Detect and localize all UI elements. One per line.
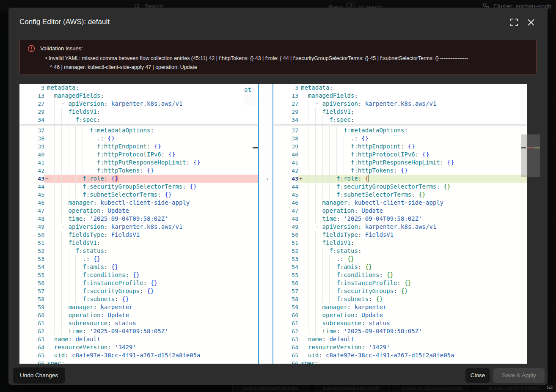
code-line[interactable]: 47 operation: Update — [19, 207, 258, 215]
code-line[interactable]: 51 fieldsV1: — [273, 239, 527, 247]
scrollbar-slider[interactable] — [521, 134, 540, 177]
code-line[interactable]: 66spec: — [19, 359, 258, 364]
line-number[interactable]: 56 — [273, 279, 298, 287]
code-line[interactable]: 45 f:subnetSelectorTerms: {} — [19, 191, 258, 199]
code-line[interactable]: 38 .: {} — [19, 134, 258, 143]
code-line[interactable]: 66spec: — [273, 359, 527, 364]
code-line[interactable]: 37 f:metadataOptions: — [273, 126, 527, 134]
line-number[interactable]: 56 — [19, 279, 44, 287]
code-line[interactable]: 42 f:httpTokens: {} — [273, 167, 527, 175]
line-number[interactable]: 62 — [19, 327, 44, 335]
line-number[interactable]: 66 — [273, 359, 298, 364]
line-number[interactable]: 13 — [273, 92, 298, 100]
line-number[interactable]: 43 — [273, 175, 298, 183]
sticky-scroll-header[interactable]: 3metadata:13 managedFields:27 - apiVersi… — [19, 84, 258, 124]
line-number[interactable]: 60 — [19, 311, 44, 319]
code-line[interactable]: 50 fieldsType: FieldsV1 — [19, 231, 258, 239]
line-number[interactable]: 13 — [19, 92, 44, 100]
code-line[interactable]: 13 managedFields: — [19, 92, 258, 100]
line-number[interactable]: 34 — [273, 116, 298, 124]
code-line[interactable]: 44 f:securityGroupSelectorTerms: {} — [19, 183, 258, 191]
line-number[interactable]: 47 — [19, 207, 44, 215]
code-line[interactable]: 51 fieldsV1: — [19, 239, 258, 247]
line-number[interactable]: 61 — [19, 319, 44, 327]
code-line[interactable]: 65 uid: c8afe97e-38cc-4f91-a767-d15f2a8f… — [19, 351, 258, 359]
line-number[interactable]: 54 — [19, 263, 44, 271]
fullscreen-icon[interactable] — [510, 19, 518, 26]
line-number[interactable]: 29 — [19, 108, 44, 116]
line-number[interactable]: 62 — [273, 327, 298, 335]
line-number[interactable]: 52 — [19, 247, 44, 255]
diff-pane-original[interactable]: 3metadata:13 managedFields:27 - apiVersi… — [19, 84, 258, 364]
line-number[interactable]: 59 — [19, 303, 44, 311]
line-number[interactable]: 64 — [19, 343, 44, 351]
code-line[interactable]: 49 - apiVersion: karpenter.k8s.aws/v1 — [273, 223, 527, 231]
line-number[interactable]: 63 — [273, 335, 298, 343]
line-number[interactable]: 51 — [273, 239, 298, 247]
code-line[interactable]: 56 f:instanceProfile: {} — [273, 279, 527, 287]
line-number[interactable]: 54 — [273, 263, 298, 271]
code-line[interactable]: 58 f:subnets: {} — [273, 295, 527, 303]
line-number[interactable]: 53 — [19, 255, 44, 263]
code-line[interactable]: 53 .: {} — [273, 255, 527, 263]
line-number[interactable]: 53 — [273, 255, 298, 263]
code-line[interactable]: 40 f:httpProtocolIPv6: {} — [273, 151, 527, 159]
code-line[interactable]: 65 uid: c8afe97e-38cc-4f91-a767-d15f2a8f… — [273, 351, 527, 359]
line-number[interactable]: 64 — [273, 343, 298, 351]
diff-editor-sash[interactable]: → — [258, 84, 273, 364]
code-line[interactable]: 38 .: {} — [273, 134, 527, 143]
line-number[interactable]: 58 — [273, 295, 298, 303]
line-number[interactable]: 34 — [19, 116, 44, 124]
code-line[interactable]: 62 time: '2025-09-04T09:58:05Z' — [19, 327, 258, 335]
line-number[interactable]: 45 — [19, 191, 44, 199]
code-line[interactable]: 39 f:httpEndpoint: {} — [19, 143, 258, 151]
code-line[interactable]: 44 f:securityGroupSelectorTerms: {} — [273, 183, 527, 191]
code-line[interactable]: 41 f:httpPutResponseHopLimit: {} — [273, 159, 527, 167]
line-number[interactable]: 40 — [273, 151, 298, 159]
line-number[interactable]: 50 — [19, 231, 44, 239]
code-line[interactable]: 64 resourceVersion: '3429' — [273, 343, 527, 351]
code-line[interactable]: 42 f:httpTokens: {} — [19, 167, 258, 175]
line-number[interactable]: 52 — [273, 247, 298, 255]
code-line[interactable]: 50 fieldsType: FieldsV1 — [273, 231, 527, 239]
save-apply-button[interactable]: Save & Apply — [493, 368, 545, 383]
line-number[interactable]: 29 — [273, 108, 298, 116]
code-line[interactable]: 34 f:spec: — [273, 116, 527, 124]
code-line[interactable]: 58 f:subnets: {} — [19, 295, 258, 303]
line-number[interactable]: 45 — [273, 191, 298, 199]
line-number[interactable]: 44 — [19, 183, 44, 191]
close-icon[interactable] — [527, 19, 535, 26]
sticky-scroll-header[interactable]: 3metadata:13 managedFields:27 - apiVersi… — [273, 84, 527, 124]
code-line[interactable]: 61 subresource: status — [19, 319, 258, 327]
line-number[interactable]: 40 — [19, 151, 44, 159]
close-button[interactable]: Close — [465, 368, 490, 383]
line-number[interactable]: 48 — [19, 215, 44, 223]
code-line[interactable]: 56 f:instanceProfile: {} — [19, 279, 258, 287]
code-line[interactable]: 49 - apiVersion: karpenter.k8s.aws/v1 — [19, 223, 258, 231]
line-number[interactable]: 65 — [273, 351, 298, 359]
code-line[interactable]: 48 time: '2025-09-04T09:58:02Z' — [273, 215, 527, 223]
code-line[interactable]: 40 f:httpProtocolIPv6: {} — [19, 151, 258, 159]
line-number[interactable]: 27 — [273, 100, 298, 108]
code-line[interactable]: 62 time: '2025-09-04T09:58:05Z' — [273, 327, 527, 335]
code-line[interactable]: 29 fieldsV1: — [273, 108, 527, 116]
code-line[interactable]: 43+ f:role: { — [273, 175, 527, 183]
revert-diff-arrow-icon[interactable]: → — [261, 174, 272, 182]
line-number[interactable]: 42 — [273, 167, 298, 175]
line-number[interactable]: 46 — [273, 199, 298, 207]
code-line[interactable]: 46 manager: kubectl-client-side-apply — [273, 199, 527, 207]
code-line[interactable]: 63 name: default — [273, 335, 527, 343]
line-number[interactable]: 27 — [19, 100, 44, 108]
line-number[interactable]: 37 — [273, 126, 298, 134]
code-line[interactable]: 59 manager: karpenter — [19, 303, 258, 311]
code-line[interactable]: 29 fieldsV1: — [19, 108, 258, 116]
line-number[interactable]: 44 — [273, 183, 298, 191]
line-number[interactable]: 38 — [273, 134, 298, 143]
line-number[interactable]: 3 — [19, 84, 44, 92]
line-number[interactable]: 55 — [273, 271, 298, 279]
line-number[interactable]: 41 — [19, 159, 44, 167]
code-line[interactable]: 60 operation: Update — [19, 311, 258, 319]
code-line[interactable]: 57 f:securityGroups: {} — [19, 287, 258, 295]
undo-changes-button[interactable]: Undo Changes — [13, 367, 65, 384]
line-number[interactable]: 50 — [273, 231, 298, 239]
